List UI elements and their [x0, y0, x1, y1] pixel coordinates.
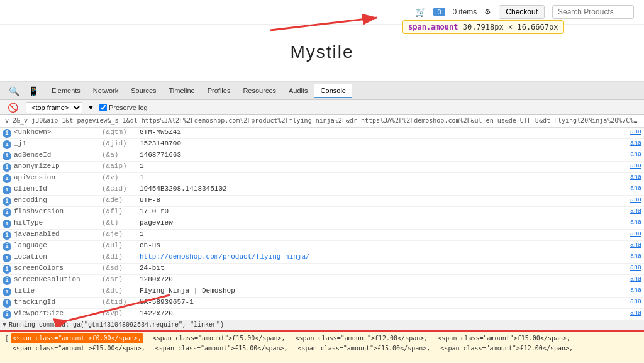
info-icon: i [3, 140, 11, 149]
svg-line-1 [270, 18, 377, 30]
tab-network[interactable]: Network [87, 84, 125, 98]
bracket-icon: [ [5, 333, 9, 343]
tab-sources[interactable]: Sources [125, 84, 162, 98]
frame-selector[interactable]: <top frame> [26, 102, 82, 113]
tab-profiles[interactable]: Profiles [201, 84, 237, 98]
tooltip-width: 30.7918px [463, 23, 504, 31]
table-row: i <unknown> (&gtm) GTM-MW5Z42 ana [0, 128, 644, 139]
table-row: i hitType (&t) pageview ana [0, 218, 644, 230]
info-icon: i [3, 310, 11, 319]
tooltip-height: 16.6667px [517, 23, 558, 31]
dropdown-arrow: ▼ [87, 104, 94, 111]
info-icon: i [3, 220, 11, 228]
table-row: i javaEnabled (&je) 1 ana [0, 230, 644, 241]
devtools-toolbar: 🚫 <top frame> ▼ Preserve log [0, 100, 644, 115]
info-icon: i [3, 129, 11, 138]
info-icon: i [3, 299, 11, 308]
code-span-1: <span class="amount">£15.00</span>, [145, 333, 286, 343]
dimension-tooltip: span.amount 30.7918px × 16.6667px [402, 20, 564, 34]
table-row: i anonymizeIp (&aip) 1 ana [0, 162, 644, 173]
devtools-panel: 🔍 📱 Elements Network Sources Timeline Pr… [0, 82, 644, 363]
info-icon: i [3, 276, 11, 285]
console-content: i <unknown> (&gtm) GTM-MW5Z42 ana i _j1 … [0, 128, 644, 330]
code-area: [ <span class="amount">£0.00</span>, <sp… [0, 330, 644, 363]
clear-console-icon[interactable]: 🚫 [5, 101, 21, 114]
table-row: i location (&dl) http://demoshop.com/pro… [0, 252, 644, 264]
table-row: i adSenseId (&a) 1468771663 ana [0, 150, 644, 162]
info-icon: i [3, 242, 11, 251]
url-bar: v=2&_v=j30&aip=1&t=pageview&_s=1&dl=http… [0, 115, 644, 128]
devtools-tabs: 🔍 📱 Elements Network Sources Timeline Pr… [0, 82, 644, 100]
table-row: i viewportSize (&vp) 1422x720 ana [0, 309, 644, 320]
search-input[interactable] [552, 5, 634, 19]
info-icon: i [3, 231, 11, 240]
table-row: i language (&ul) en-us ana [0, 241, 644, 252]
preserve-log-checkbox[interactable] [99, 104, 107, 111]
table-row: i screenColors (&sd) 24-bit ana [0, 264, 644, 275]
cart-label: 0 items [453, 8, 477, 16]
running-command-row: ▼ Running command: ga("gtm1431048092534.… [0, 320, 644, 330]
info-icon: i [3, 186, 11, 194]
tab-timeline[interactable]: Timeline [163, 84, 201, 98]
website-area: 🛒 0 0 items ⚙ Checkout span.amount 30.79… [0, 0, 644, 82]
code-line-2: <span class="amount">£15.00</span>, <spa… [5, 343, 639, 354]
preserve-log-label: Preserve log [99, 104, 148, 111]
info-icon: i [3, 254, 11, 262]
info-icon: i [3, 288, 11, 296]
table-row: i _j1 (&jid) 1523148700 ana [0, 139, 644, 150]
info-icon: i [3, 197, 11, 206]
code-span-4: <span class="amount">£15.00</span>, [148, 343, 288, 354]
tooltip-selector: span.amount [408, 23, 458, 31]
tab-console[interactable]: Console [314, 84, 352, 98]
gear-icon: ⚙ [484, 8, 491, 16]
running-command-text: Running command: ga("gtm1431048092534.re… [9, 321, 224, 328]
code-line-1: [ <span class="amount">£0.00</span>, <sp… [5, 333, 639, 343]
code-indent: <span class="amount">£15.00</span>, [5, 343, 145, 354]
tab-elements[interactable]: Elements [45, 84, 87, 98]
table-row: i apiVersion (&v) 1 ana [0, 173, 644, 184]
code-span-5: <span class="amount">£15.00</span>, [291, 343, 431, 354]
cart-badge: 0 [433, 8, 445, 16]
code-span-3: <span class="amount">£15.00</span>, [430, 333, 570, 343]
tab-audits[interactable]: Audits [282, 84, 314, 98]
table-row: i encoding (&de) UTF-8 ana [0, 196, 644, 207]
mobile-icon[interactable]: 📱 [26, 85, 42, 98]
cart-icon: 🛒 [415, 7, 426, 17]
tooltip-separator: × [508, 23, 517, 31]
table-row: i clientId (&cid) 19454B3208.1418345102 … [0, 184, 644, 196]
info-icon: i [3, 163, 11, 172]
checkout-button[interactable]: Checkout [499, 5, 545, 19]
table-row: i screenResolution (&sr) 1280x720 ana [0, 275, 644, 286]
table-row: i flashVersion (&fl) 17.0 r0 ana [0, 207, 644, 218]
highlighted-code: <span class="amount">£0.00</span>, [11, 333, 143, 343]
red-arrow [264, 11, 390, 36]
table-row: i trackingId (&tid) UA-58939657-1 ana [0, 298, 644, 309]
info-icon: i [3, 152, 11, 160]
table-row: i title (&dt) Flying Ninja | Demoshop an… [0, 286, 644, 298]
code-span-2: <span class="amount">£12.00</span>, [288, 333, 428, 343]
code-span-6: <span class="amount">£12.00</span>, [433, 343, 573, 354]
info-icon: i [3, 208, 11, 217]
info-icon: i [3, 174, 11, 183]
devtools-icons: 🔍 📱 [3, 85, 45, 98]
tab-resources[interactable]: Resources [236, 84, 282, 98]
triangle-icon: ▼ [3, 321, 6, 328]
info-icon: i [3, 265, 11, 274]
inspect-icon[interactable]: 🔍 [6, 85, 22, 98]
location-link[interactable]: http://demoshop.com/product/flying-ninja… [140, 253, 310, 260]
